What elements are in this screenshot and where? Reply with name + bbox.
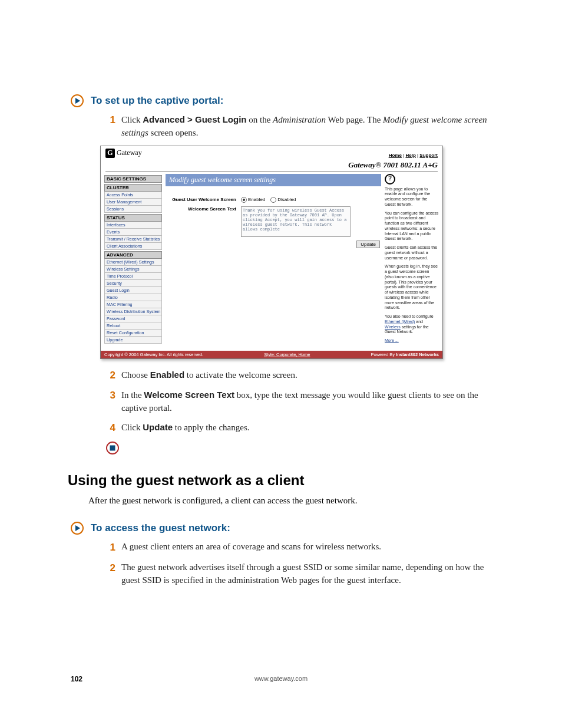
sidebar-nav: BASIC SETTINGS CLUSTER Access Points Use…	[104, 174, 162, 347]
top-links: Home | Help | Support	[389, 153, 438, 158]
step-text: A guest client enters an area of coverag…	[121, 541, 497, 555]
screenshot-footer: Copyright © 2004 Gateway Inc. All rights…	[101, 351, 442, 358]
powered-by: Powered By Instant802 Networks	[371, 352, 439, 357]
section-paragraph: After the guest network is configured, a…	[88, 495, 497, 508]
sidebar-item-mac-filtering[interactable]: MAC Filtering	[104, 301, 162, 308]
link-home[interactable]: Home	[389, 153, 402, 158]
step-text: In the Welcome Screen Text box, type the…	[121, 388, 497, 415]
text: Choose	[121, 370, 150, 380]
text: Click	[121, 423, 143, 432]
help-text: This page allows you to enable and confi…	[385, 187, 439, 207]
sidebar-item-ethernet[interactable]: Ethernet (Wired) Settings	[104, 259, 162, 266]
text: Click	[121, 115, 143, 124]
help-panel: ? This page allows you to enable and con…	[385, 174, 439, 347]
text: to activate the welcome screen.	[184, 370, 297, 380]
sidebar-item-wireless[interactable]: Wireless Settings	[104, 266, 162, 273]
section-heading: Using the guest network as a client	[68, 472, 497, 489]
screenshot-topbar: G Gateway Home | Help | Support	[101, 146, 442, 159]
page-name: Administration	[273, 115, 326, 124]
step-text: The guest network advertises itself thro…	[121, 561, 497, 587]
label-welcome-screen: Guest User Welcome Screen	[166, 197, 236, 203]
page-number: 102	[71, 675, 82, 683]
step-number: 4	[106, 421, 115, 436]
sidebar-group-cluster[interactable]: CLUSTER	[104, 184, 162, 192]
radio-disabled[interactable]	[270, 197, 276, 203]
sidebar-group-basic[interactable]: BASIC SETTINGS	[104, 175, 162, 183]
sidebar-item-events[interactable]: Events	[104, 229, 162, 236]
sidebar-item-access-points[interactable]: Access Points	[104, 192, 162, 199]
step-text: Choose Enabled to activate the welcome s…	[121, 368, 497, 383]
text: screen opens.	[148, 128, 199, 137]
copyright: Copyright © 2004 Gateway Inc. All rights…	[104, 352, 203, 357]
text: Web page. The	[326, 115, 383, 124]
help-text: You also need to configure Ethernet (Wir…	[385, 314, 439, 335]
step-number: 2	[106, 368, 115, 383]
procedure-title-1: To set up the captive portal:	[91, 95, 223, 107]
sidebar-item-client-assoc[interactable]: Client Associations	[104, 243, 162, 250]
sidebar-group-advanced[interactable]: ADVANCED	[104, 251, 162, 259]
text: You also need to configure	[385, 314, 434, 318]
gateway-logo-icon: G	[105, 149, 115, 158]
sidebar-item-guest-login[interactable]: Guest Login	[104, 287, 162, 294]
page-footer: 102 www.gateway.com	[71, 675, 497, 683]
embedded-screenshot: G Gateway Home | Help | Support Gateway®…	[100, 146, 443, 359]
panel-title: Modify guest welcome screen settings	[166, 174, 381, 186]
step-text: Click Update to apply the changes.	[121, 421, 497, 436]
sidebar-item-upgrade[interactable]: Upgrade	[104, 337, 162, 344]
sidebar-item-wds[interactable]: Wireless Distribution System	[104, 308, 162, 315]
procedure-title-2: To access the guest network:	[91, 522, 230, 534]
sidebar-group-status[interactable]: STATUS	[104, 214, 162, 222]
help-text: When guests log in, they see a guest wel…	[385, 264, 439, 311]
update-button[interactable]: Update	[356, 241, 380, 248]
step-2: 2 Choose Enabled to activate the welcome…	[106, 368, 497, 383]
help-text: You can configure the access point to br…	[385, 211, 439, 242]
play-icon	[71, 94, 84, 107]
link-wireless[interactable]: Wireless	[385, 325, 401, 329]
link-ethernet-wired[interactable]: Ethernet (Wired)	[385, 319, 415, 324]
sidebar-item-time-protocol[interactable]: Time Protocol	[104, 273, 162, 280]
sidebar-item-password[interactable]: Password	[104, 315, 162, 322]
link-help[interactable]: Help	[405, 153, 415, 158]
row-welcome-text: Welcome Screen Text Thank you for using …	[166, 206, 381, 237]
play-icon	[71, 522, 84, 535]
step-1b: 1 A guest client enters an area of cover…	[106, 541, 497, 555]
ui-label: Welcome Screen Text	[144, 390, 234, 400]
sidebar-item-sessions[interactable]: Sessions	[104, 206, 162, 213]
stop-icon	[71, 442, 497, 454]
step-1: 1 Click Advanced > Guest Login on the Ad…	[106, 113, 497, 140]
style-links[interactable]: Style: Corporate, Home	[264, 352, 310, 357]
ui-label: Update	[143, 422, 173, 432]
svg-marker-5	[75, 525, 80, 531]
sidebar-item-reset-config[interactable]: Reset Configuration	[104, 330, 162, 337]
sidebar-item-security[interactable]: Security	[104, 280, 162, 287]
link-support[interactable]: Support	[419, 153, 438, 158]
sidebar-item-radio[interactable]: Radio	[104, 294, 162, 301]
help-text: Guest clients can access the guest netwo…	[385, 245, 439, 261]
sidebar-item-interfaces[interactable]: Interfaces	[104, 222, 162, 229]
ui-label: Enabled	[150, 370, 184, 380]
text: In the	[121, 390, 144, 400]
row-welcome-enable: Guest User Welcome Screen Enabled Disabl…	[166, 197, 381, 203]
link-more[interactable]: More ...	[385, 338, 399, 342]
footer-url: www.gateway.com	[254, 675, 308, 683]
step-number: 1	[106, 113, 115, 140]
step-number: 2	[106, 561, 115, 587]
label-welcome-text: Welcome Screen Text	[166, 206, 236, 237]
step-number: 3	[106, 388, 115, 415]
step-text: Click Advanced > Guest Login on the Admi…	[121, 113, 497, 140]
help-icon: ?	[385, 174, 395, 185]
sidebar-item-user-management[interactable]: User Management	[104, 199, 162, 206]
step-4: 4 Click Update to apply the changes.	[106, 421, 497, 436]
welcome-screen-textarea[interactable]: Thank you for using wireless Guest Acces…	[241, 206, 351, 237]
radio-enabled[interactable]	[241, 197, 247, 203]
procedure-heading-2: To access the guest network:	[71, 522, 497, 535]
ui-path: Advanced > Guest Login	[143, 114, 246, 124]
procedure-heading-1: To set up the captive portal:	[71, 94, 497, 107]
text: on the	[247, 115, 273, 124]
sidebar-item-tx-rx-stats[interactable]: Transmit / Receive Statistics	[104, 236, 162, 243]
main-panel: Modify guest welcome screen settings Gue…	[166, 174, 381, 347]
brand-name: Gateway	[117, 149, 142, 157]
sidebar-item-reboot[interactable]: Reboot	[104, 322, 162, 330]
text: to apply the changes.	[173, 423, 249, 432]
step-number: 1	[106, 541, 115, 555]
